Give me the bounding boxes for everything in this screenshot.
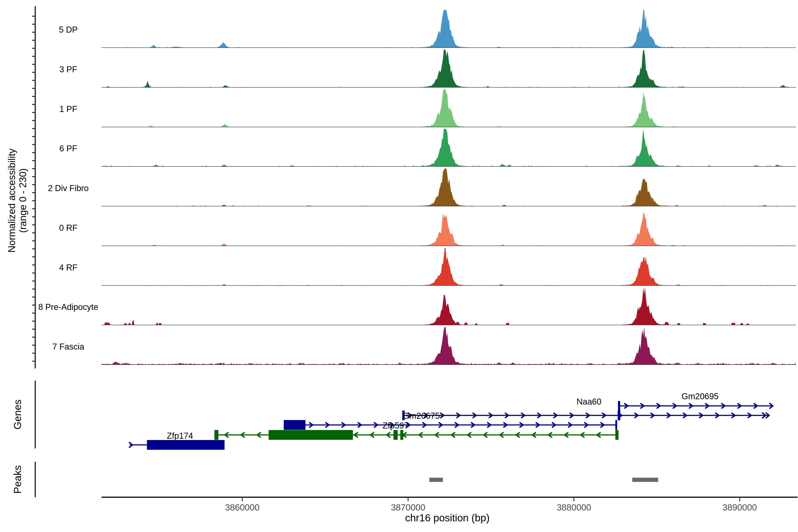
signal-7-fascia bbox=[101, 327, 796, 365]
exon-box bbox=[618, 401, 620, 411]
track-7-fascia: 7 Fascia bbox=[52, 327, 796, 365]
track-3-pf: 3 PF bbox=[59, 50, 796, 87]
peak-region-1 bbox=[430, 478, 443, 482]
signal-3-pf bbox=[101, 50, 796, 87]
signal-6-pf bbox=[101, 129, 796, 167]
exon-box bbox=[400, 430, 403, 440]
signal-1-pf bbox=[101, 89, 796, 127]
exon-tick bbox=[214, 430, 218, 440]
signal-5-dp bbox=[101, 10, 796, 48]
x-axis-ticks: 3860000387000038800003890000 bbox=[225, 497, 757, 512]
gene-name-naa60: Naa60 bbox=[576, 397, 601, 406]
y-axis-title-line1: Normalized accessibility bbox=[6, 149, 17, 252]
gene-name-gm26675: Gm26675 bbox=[403, 411, 440, 420]
track-8-pre-adipocyte: 8 Pre-Adipocyte bbox=[38, 287, 796, 325]
track-2-div-fibro: 2 Div Fibro bbox=[48, 169, 796, 206]
track-label-0-rf: 0 RF bbox=[59, 223, 77, 232]
track-1-pf: 1 PF bbox=[59, 89, 796, 127]
signal-4-rf bbox=[101, 248, 796, 285]
gene-name-gm20695: Gm20695 bbox=[682, 392, 719, 401]
exon-box bbox=[284, 420, 305, 430]
track-5-dp: 5 DP bbox=[59, 10, 796, 48]
track-4-rf: 4 RF bbox=[59, 248, 796, 285]
x-tick-label-3890000: 3890000 bbox=[722, 502, 757, 512]
exon-box bbox=[394, 430, 398, 440]
track-label-1-pf: 1 PF bbox=[59, 104, 77, 114]
gene-name-zfp597: Zfp597 bbox=[383, 421, 409, 430]
gene-zfp174 bbox=[130, 440, 225, 450]
gene-zfp597 bbox=[214, 430, 619, 440]
x-axis-title: chr16 position (bp) bbox=[405, 512, 490, 524]
exon-tick bbox=[615, 430, 619, 440]
x-tick-label-3880000: 3880000 bbox=[557, 502, 591, 512]
gene-naa60 bbox=[402, 411, 769, 420]
x-tick-label-3870000: 3870000 bbox=[391, 502, 425, 512]
genes-section-label: Genes bbox=[12, 399, 23, 430]
exon-box bbox=[618, 411, 620, 420]
peaks-section-label: Peaks bbox=[12, 465, 23, 494]
track-label-5-dp: 5 DP bbox=[59, 25, 78, 34]
exon-box bbox=[269, 430, 353, 440]
gene-zfp597-transcript bbox=[284, 420, 617, 430]
track-label-8-pre-adipocyte: 8 Pre-Adipocyte bbox=[38, 302, 98, 312]
track-label-3-pf: 3 PF bbox=[59, 65, 77, 74]
plot-canvas: Normalized accessibility (range 0 - 230)… bbox=[0, 0, 798, 532]
track-6-pf: 6 PF bbox=[59, 129, 796, 167]
peaks-track bbox=[430, 478, 658, 482]
coverage-plot-figure: Normalized accessibility (range 0 - 230)… bbox=[0, 0, 798, 532]
track-label-6-pf: 6 PF bbox=[59, 144, 77, 153]
track-0-rf: 0 RF bbox=[59, 213, 796, 246]
track-label-7-fascia: 7 Fascia bbox=[52, 342, 84, 352]
track-label-2-div-fibro: 2 Div Fibro bbox=[48, 184, 89, 193]
gene-annotation-track: Zfp174Zfp597Gm26675Naa60Gm20695 bbox=[130, 392, 773, 450]
gene-name-zfp174: Zfp174 bbox=[167, 431, 193, 440]
x-tick-label-3860000: 3860000 bbox=[225, 502, 260, 512]
signal-8-pre-adipocyte bbox=[101, 287, 796, 325]
exon-tick bbox=[615, 420, 617, 430]
exon-box bbox=[147, 440, 225, 450]
signal-2-div-fibro bbox=[101, 169, 796, 206]
peak-region-2 bbox=[632, 478, 658, 482]
accessibility-tracks: 5 DP3 PF1 PF6 PF2 Div Fibro0 RF4 RF8 Pre… bbox=[38, 10, 796, 365]
track-label-4-rf: 4 RF bbox=[59, 263, 77, 272]
y-axis-title-line2: (range 0 - 230) bbox=[17, 168, 28, 233]
gene-gm20695 bbox=[618, 401, 773, 411]
signal-0-rf bbox=[101, 213, 796, 246]
